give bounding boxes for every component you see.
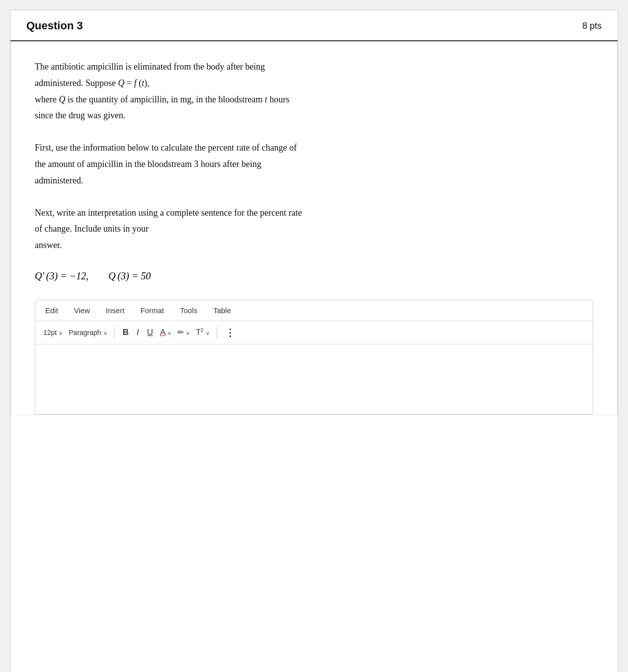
highlight-chevron-icon [185, 329, 190, 336]
superscript-select[interactable]: T2 [194, 327, 211, 338]
menu-format[interactable]: Format [139, 305, 166, 316]
paragraph-style-select[interactable]: Paragraph [67, 328, 109, 337]
para3-line2: of change. Include units in your [35, 222, 593, 236]
font-color-chevron-icon [166, 329, 171, 336]
page-container: Question 3 8 pts The antibiotic ampicill… [10, 10, 618, 672]
editor-container: Edit View Insert Format Tools Table 12pt… [35, 300, 593, 415]
question-body: The antibiotic ampicillin is eliminated … [10, 41, 618, 415]
font-size-chevron-icon [58, 329, 63, 336]
more-options-icon: ⋮ [225, 327, 236, 338]
font-color-icon: A [160, 328, 165, 337]
font-size-value: 12pt [43, 329, 57, 336]
superscript-label: T2 [196, 328, 203, 337]
toolbar-divider-2 [217, 327, 217, 338]
menu-tools[interactable]: Tools [178, 305, 199, 316]
font-color-select[interactable]: A [158, 327, 173, 338]
highlight-icon: ✏ [177, 328, 184, 337]
font-size-select[interactable]: 12pt [41, 328, 65, 337]
editor-toolbar: 12pt Paragraph B I [35, 321, 593, 344]
question-title: Question 3 [26, 19, 83, 32]
paragraph-style-value: Paragraph [69, 329, 101, 336]
paragraph-2: First, use the information below to calc… [35, 141, 593, 187]
question-header: Question 3 8 pts [10, 10, 618, 41]
paragraph-1: The antibiotic ampicillin is eliminated … [35, 60, 593, 123]
more-options-button[interactable]: ⋮ [222, 325, 238, 340]
para1-line2: administered. Suppose Q = f (t), [35, 76, 593, 90]
menu-table[interactable]: Table [211, 305, 233, 316]
toolbar-divider-1 [114, 327, 115, 338]
para1-line1: The antibiotic ampicillin is eliminated … [35, 60, 593, 74]
para1-line3: where Q is the quantity of ampicillin, i… [35, 92, 593, 107]
bold-button[interactable]: B [120, 326, 132, 339]
superscript-chevron-icon [205, 329, 210, 336]
highlight-select[interactable]: ✏ [175, 327, 192, 338]
math-display: Q′ (3) = −12, Q (3) = 50 [35, 270, 593, 282]
para1-line4: since the drug was given. [35, 108, 593, 123]
question-points: 8 pts [582, 21, 602, 31]
paragraph-chevron-icon [102, 329, 107, 336]
menu-insert[interactable]: Insert [104, 305, 127, 316]
editor-content-area[interactable] [35, 344, 593, 414]
menu-view[interactable]: View [72, 305, 92, 316]
menu-edit[interactable]: Edit [43, 305, 60, 316]
para2-line2: the amount of ampicillin in the bloodstr… [35, 157, 593, 171]
italic-label: I [137, 328, 139, 337]
bold-label: B [123, 328, 129, 337]
para2-line1: First, use the information below to calc… [35, 141, 593, 155]
paragraph-3: Next, write an interpretation using a co… [35, 206, 593, 252]
underline-label: U [147, 328, 153, 337]
italic-button[interactable]: I [134, 326, 142, 339]
editor-menubar: Edit View Insert Format Tools Table [35, 300, 593, 321]
underline-button[interactable]: U [144, 326, 156, 339]
math-expression: Q′ (3) = −12, Q (3) = 50 [35, 270, 151, 281]
para3-line3: answer. [35, 238, 593, 252]
para2-line3: administered. [35, 173, 593, 188]
para3-line1: Next, write an interpretation using a co… [35, 206, 593, 220]
